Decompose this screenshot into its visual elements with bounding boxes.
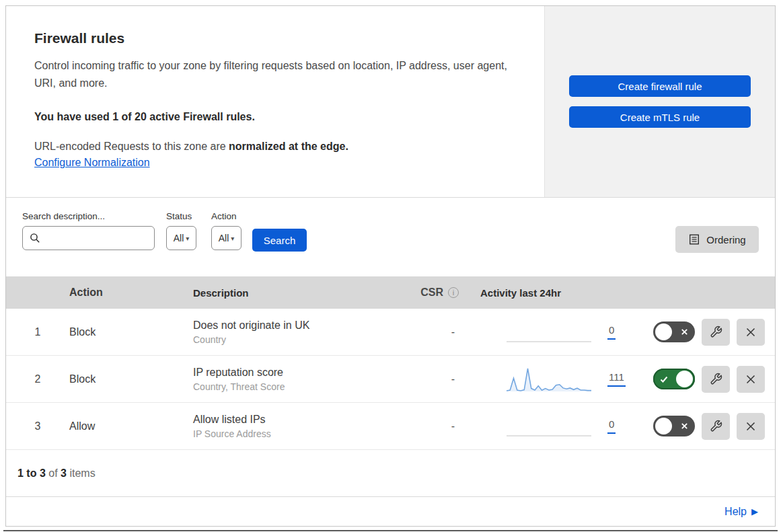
activity-count-link[interactable]: 0 bbox=[607, 324, 616, 340]
rule-action: Block bbox=[69, 373, 188, 385]
rule-priority: 1 bbox=[6, 326, 69, 338]
rule-description: Does not originate in UK bbox=[193, 319, 408, 332]
table-header: Action Description CSR i Activity last 2… bbox=[6, 276, 775, 309]
activity-sparkline bbox=[505, 319, 593, 346]
close-icon bbox=[745, 421, 756, 432]
firewall-rules-card: Firewall rules Control incoming traffic … bbox=[5, 5, 776, 527]
rule-enabled-toggle[interactable] bbox=[653, 416, 695, 436]
column-description: Description bbox=[188, 287, 408, 299]
arrow-right-icon: ▶ bbox=[751, 506, 758, 517]
rule-description: IP reputation score bbox=[193, 367, 408, 379]
rule-fields: IP Source Address bbox=[193, 428, 408, 439]
delete-rule-button[interactable] bbox=[737, 319, 765, 346]
delete-rule-button[interactable] bbox=[737, 366, 765, 393]
check-icon bbox=[660, 375, 668, 383]
next-section-edge bbox=[3, 530, 778, 531]
edit-rule-button[interactable] bbox=[702, 366, 730, 393]
page-description: Control incoming traffic to your zone by… bbox=[34, 57, 513, 92]
intro-text-block: Firewall rules Control incoming traffic … bbox=[6, 6, 544, 197]
intro-section: Firewall rules Control incoming traffic … bbox=[6, 6, 775, 198]
search-field[interactable] bbox=[22, 226, 155, 250]
activity-count-link[interactable]: 111 bbox=[607, 371, 626, 387]
pagination-summary: 1 to 3 of 3 items bbox=[6, 450, 775, 497]
close-icon bbox=[745, 327, 756, 338]
search-label: Search description... bbox=[22, 211, 155, 221]
info-icon[interactable]: i bbox=[448, 287, 459, 298]
filters-bar: Search description... Status All ▾ Actio… bbox=[6, 198, 775, 276]
edit-rule-button[interactable] bbox=[702, 319, 730, 346]
toggle-knob bbox=[676, 371, 693, 387]
rule-enabled-toggle[interactable] bbox=[653, 369, 695, 389]
actions-panel: Create firewall rule Create mTLS rule bbox=[544, 6, 775, 197]
table-row: 2 Block IP reputation score Country, Thr… bbox=[6, 356, 775, 403]
table-row: 1 Block Does not originate in UK Country… bbox=[6, 309, 775, 356]
rule-enabled-toggle[interactable] bbox=[653, 321, 695, 342]
rule-csr-value: - bbox=[408, 326, 475, 338]
activity-sparkline bbox=[505, 413, 593, 440]
edit-rule-button[interactable] bbox=[702, 413, 730, 440]
table-row: 3 Allow Allow listed IPs IP Source Addre… bbox=[6, 403, 775, 450]
ordering-icon bbox=[688, 233, 700, 245]
action-select[interactable]: All ▾ bbox=[211, 226, 241, 250]
action-label: Action bbox=[211, 211, 241, 221]
help-link[interactable]: Help ▶ bbox=[724, 506, 758, 518]
normalization-note: URL-encoded Requests to this zone are no… bbox=[34, 141, 517, 153]
delete-rule-button[interactable] bbox=[737, 413, 765, 440]
column-action: Action bbox=[69, 287, 188, 299]
wrench-icon bbox=[710, 420, 722, 432]
ordering-button[interactable]: Ordering bbox=[675, 226, 759, 253]
help-bar: Help ▶ bbox=[6, 497, 775, 526]
toggle-knob bbox=[655, 324, 672, 340]
rule-priority: 3 bbox=[6, 420, 69, 432]
rule-fields: Country, Threat Score bbox=[193, 381, 408, 392]
page-title: Firewall rules bbox=[34, 30, 517, 46]
column-activity: Activity last 24hr bbox=[475, 287, 643, 299]
rule-action: Block bbox=[69, 326, 188, 338]
wrench-icon bbox=[710, 373, 722, 385]
chevron-down-icon: ▾ bbox=[186, 235, 189, 242]
toggle-knob bbox=[655, 418, 672, 434]
search-input[interactable] bbox=[45, 232, 147, 244]
search-icon bbox=[30, 233, 40, 243]
rule-action: Allow bbox=[69, 420, 188, 432]
status-label: Status bbox=[166, 211, 196, 221]
configure-normalization-link[interactable]: Configure Normalization bbox=[34, 157, 150, 168]
create-mtls-rule-button[interactable]: Create mTLS rule bbox=[569, 106, 751, 128]
rule-csr-value: - bbox=[408, 420, 475, 432]
rule-priority: 2 bbox=[6, 373, 69, 385]
activity-sparkline bbox=[505, 366, 593, 393]
rule-fields: Country bbox=[193, 334, 408, 345]
wrench-icon bbox=[710, 326, 722, 338]
create-firewall-rule-button[interactable]: Create firewall rule bbox=[569, 75, 751, 97]
x-icon bbox=[681, 328, 688, 336]
chevron-down-icon: ▾ bbox=[231, 235, 234, 242]
close-icon bbox=[745, 374, 756, 385]
status-select[interactable]: All ▾ bbox=[166, 226, 196, 250]
column-csr: CSR i bbox=[408, 287, 475, 299]
usage-summary: You have used 1 of 20 active Firewall ru… bbox=[34, 111, 517, 123]
rule-description: Allow listed IPs bbox=[193, 414, 408, 426]
rule-csr-value: - bbox=[408, 373, 475, 385]
x-icon bbox=[681, 422, 688, 430]
search-button[interactable]: Search bbox=[252, 229, 307, 252]
activity-count-link[interactable]: 0 bbox=[607, 418, 616, 434]
